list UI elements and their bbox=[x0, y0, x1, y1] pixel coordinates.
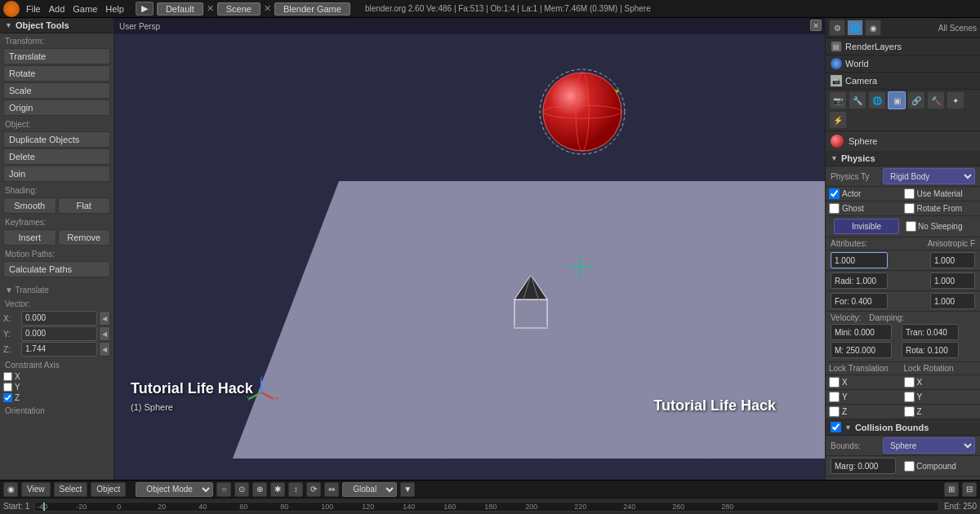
physics-props-btn[interactable]: ⚡ bbox=[829, 111, 847, 129]
toolbar-select-btn[interactable]: Select bbox=[54, 482, 88, 497]
calc-paths-btn[interactable]: Calculate Paths bbox=[3, 261, 110, 277]
toolbar-icon7[interactable]: ⇔ bbox=[324, 482, 339, 497]
toolbar-icon5[interactable]: ↕ bbox=[288, 482, 303, 497]
tran-field[interactable]: Tran: 0.040 bbox=[902, 324, 959, 340]
flat-btn[interactable]: Flat bbox=[58, 197, 111, 214]
duplicate-btn[interactable]: Duplicate Objects bbox=[3, 131, 110, 148]
layout-dropdown[interactable]: Default bbox=[157, 2, 203, 16]
toolbar-icon3[interactable]: ⊕ bbox=[252, 482, 267, 497]
join-btn[interactable]: Join bbox=[3, 166, 110, 182]
toolbar-icon10[interactable]: ⊟ bbox=[962, 482, 977, 497]
rota-field[interactable]: Rota: 0.100 bbox=[902, 342, 959, 358]
constraint-axis-label: Constraint Axis bbox=[0, 357, 114, 371]
render-props-btn[interactable]: 📷 bbox=[829, 91, 847, 109]
m-field[interactable]: M: 250.000 bbox=[831, 342, 892, 358]
timeline-track[interactable]: -40 -20 0 20 40 60 80 100 120 140 160 18… bbox=[34, 502, 939, 512]
compound-check[interactable] bbox=[904, 461, 915, 472]
use-material-check[interactable] bbox=[904, 188, 915, 199]
toolbar-icon4[interactable]: ✱ bbox=[270, 482, 285, 497]
menu-game[interactable]: Game bbox=[73, 4, 97, 14]
viewport-sublabel: (1) Sphere bbox=[131, 402, 173, 412]
z-field[interactable]: 1.744 bbox=[21, 342, 97, 357]
y-field[interactable]: 0.000 bbox=[21, 326, 97, 341]
translate-btn[interactable]: Translate bbox=[3, 48, 110, 64]
keyframes-label: Keyframes: bbox=[0, 215, 114, 228]
marg-field[interactable]: Marg: 0.000 bbox=[831, 458, 896, 474]
scene-props-btn[interactable]: 🔧 bbox=[849, 91, 866, 109]
scene-icon-btn[interactable]: 🌐 bbox=[847, 20, 863, 36]
toolbar-icon6[interactable]: ⟳ bbox=[306, 482, 321, 497]
x-field[interactable]: 0.000 bbox=[21, 311, 97, 326]
physics-type-dropdown[interactable]: Rigid Body bbox=[883, 168, 975, 184]
mini-field[interactable]: Mini: 0.000 bbox=[831, 324, 892, 340]
rotate-from-check[interactable] bbox=[904, 203, 915, 214]
attr-val1-right[interactable]: 1.000 bbox=[930, 252, 975, 268]
x-arrow[interactable]: ◀ bbox=[99, 311, 110, 326]
cy-check[interactable] bbox=[3, 383, 12, 392]
lock-ty-check[interactable] bbox=[829, 392, 840, 402]
world-item: World bbox=[826, 55, 980, 73]
world-props-btn[interactable]: 🌐 bbox=[868, 91, 886, 109]
invisible-btn[interactable]: Invisible bbox=[834, 219, 899, 234]
physics-section-header[interactable]: ▼ Physics bbox=[826, 151, 980, 166]
menu-add[interactable]: Add bbox=[49, 4, 65, 14]
keyframes-row: Insert Remove bbox=[3, 229, 110, 246]
object-props-btn[interactable]: ▣ bbox=[888, 91, 906, 109]
delete-btn[interactable]: Delete bbox=[3, 148, 110, 165]
radi-val2[interactable]: 1.000 bbox=[930, 273, 975, 289]
lock-tx-check[interactable] bbox=[829, 377, 840, 388]
x-label: X: bbox=[3, 314, 20, 323]
modifier-props-btn[interactable]: 🔨 bbox=[927, 91, 945, 109]
scale-btn[interactable]: Scale bbox=[3, 82, 110, 99]
toolbar-object-btn[interactable]: Object bbox=[91, 482, 126, 497]
particles-props-btn[interactable]: ✦ bbox=[947, 91, 964, 109]
velocity-header: Velocity: bbox=[831, 313, 861, 322]
bottom-toolbar: ◉ View Select Object Object Mode ○ ⊙ ⊕ ✱… bbox=[0, 480, 980, 498]
smooth-btn[interactable]: Smooth bbox=[3, 197, 56, 214]
lock-rx-check[interactable] bbox=[904, 377, 915, 388]
for-val2[interactable]: 1.000 bbox=[930, 293, 975, 309]
render-btn[interactable]: ▶ bbox=[136, 2, 154, 16]
no-sleeping-check[interactable] bbox=[906, 221, 916, 232]
world-icon-btn[interactable]: ◉ bbox=[865, 20, 881, 36]
menu-help[interactable]: Help bbox=[105, 4, 124, 14]
toolbar-icon8[interactable]: ▼ bbox=[400, 482, 415, 497]
menu-file[interactable]: File bbox=[26, 4, 41, 14]
z-arrow[interactable]: ◀ bbox=[99, 342, 110, 357]
viewport[interactable]: User Persp ✕ bbox=[114, 18, 825, 480]
toolbar-icon2[interactable]: ⊙ bbox=[234, 482, 249, 497]
lock-ry-check[interactable] bbox=[904, 392, 915, 402]
timeline-end: End: 250 bbox=[944, 502, 977, 511]
radi-field[interactable]: Radi: 1.000 bbox=[831, 273, 888, 289]
ghost-check[interactable] bbox=[829, 203, 840, 214]
camera-label: Camera bbox=[845, 76, 877, 86]
toolbar-view-btn[interactable]: View bbox=[21, 482, 51, 497]
for-field[interactable]: For: 0.400 bbox=[831, 293, 888, 309]
lock-rz-check[interactable] bbox=[904, 406, 915, 417]
origin-btn[interactable]: Origin bbox=[3, 100, 110, 116]
mode-dropdown[interactable]: Object Mode bbox=[136, 482, 213, 497]
rotate-btn[interactable]: Rotate bbox=[3, 65, 110, 82]
view-layers-icon[interactable]: ⚙ bbox=[829, 20, 845, 36]
toolbar-view-icon[interactable]: ◉ bbox=[3, 482, 18, 497]
attr-val1[interactable]: 1.000 bbox=[831, 252, 888, 268]
viewport-close-btn[interactable]: ✕ bbox=[810, 20, 822, 31]
collision-bounds-check[interactable] bbox=[831, 422, 841, 432]
scene-dropdown[interactable]: Scene bbox=[217, 2, 261, 16]
bounds-dropdown[interactable]: Sphere bbox=[883, 437, 975, 454]
remove-btn[interactable]: Remove bbox=[58, 229, 111, 246]
actor-check[interactable] bbox=[829, 188, 840, 199]
tl-n4: 40 bbox=[198, 503, 207, 511]
toolbar-icon1[interactable]: ○ bbox=[216, 482, 231, 497]
insert-btn[interactable]: Insert bbox=[3, 229, 56, 246]
constraint-props-btn[interactable]: 🔗 bbox=[907, 91, 925, 109]
toolbar-icon9[interactable]: ⊞ bbox=[944, 482, 959, 497]
cz-check[interactable] bbox=[3, 393, 12, 402]
lock-tz-check[interactable] bbox=[829, 406, 840, 417]
collision-bounds-header[interactable]: ▼ Collision Bounds bbox=[826, 419, 980, 436]
global-dropdown[interactable]: Global bbox=[342, 482, 397, 497]
lock-rotation-label: Lock Rotation bbox=[904, 364, 954, 373]
cx-check[interactable] bbox=[3, 372, 12, 381]
y-arrow[interactable]: ◀ bbox=[99, 326, 110, 341]
engine-dropdown[interactable]: Blender Game bbox=[274, 2, 350, 16]
